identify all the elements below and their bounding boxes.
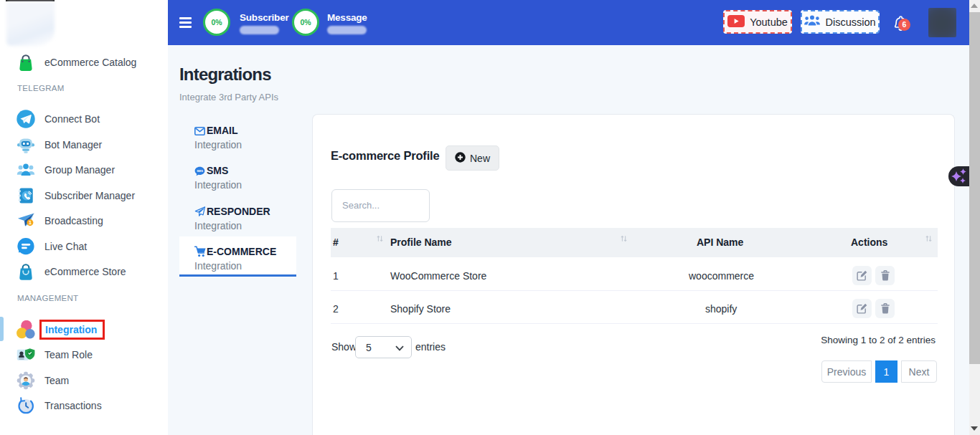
svg-text:1: 1 (29, 219, 32, 226)
svg-text:SMS: SMS (197, 169, 203, 173)
